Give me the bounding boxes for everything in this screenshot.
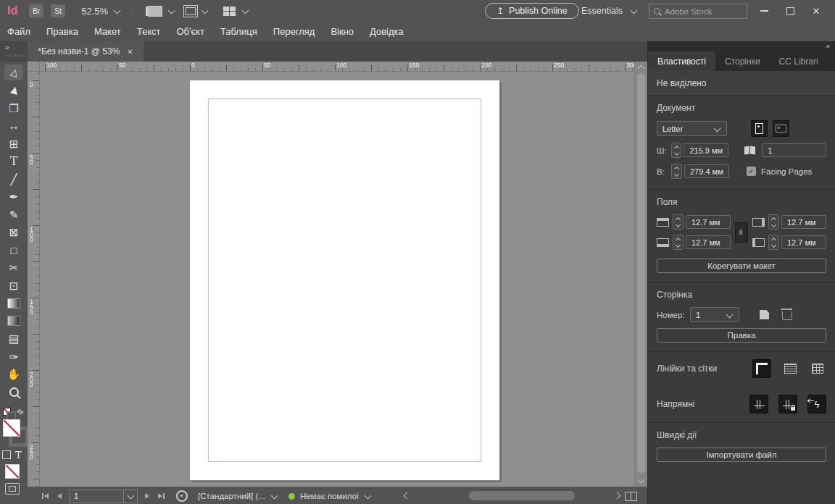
gradient-feather-tool[interactable]	[4, 313, 23, 329]
formatting-affects-container-icon[interactable]	[2, 450, 11, 459]
panel-tab-1[interactable]: Сторінки	[715, 51, 770, 71]
panel-collapse-icon[interactable]: »	[826, 42, 829, 50]
apply-none-button[interactable]	[5, 464, 20, 479]
pen-tool[interactable]: ✒	[4, 189, 23, 205]
note-tool[interactable]: ▤	[4, 331, 23, 347]
page-number-dropdown[interactable]: 1	[69, 490, 138, 503]
page-tool[interactable]: ❐	[4, 100, 23, 116]
edit-page-button[interactable]: Правка	[657, 328, 826, 343]
menu-item-7[interactable]: Вікно	[331, 26, 362, 37]
content-collector-tool[interactable]: ⊞	[4, 135, 23, 151]
workspace-switcher[interactable]: Essentials	[581, 6, 623, 16]
zoom-dropdown-icon[interactable]	[114, 7, 121, 14]
top-margin-stepper[interactable]	[673, 214, 684, 230]
formatting-affects-text-icon[interactable]: T	[15, 450, 22, 461]
facing-pages-checkbox[interactable]: ✓	[747, 167, 756, 176]
right-margin-field[interactable]: 12.7 мм	[781, 215, 826, 229]
width-stepper[interactable]	[671, 143, 682, 158]
scroll-right-icon[interactable]	[614, 492, 621, 500]
top-margin-field[interactable]: 12.7 мм	[686, 215, 731, 229]
page-number-select[interactable]: 1	[690, 307, 739, 322]
adjust-layout-button[interactable]: Корегувати макет	[657, 259, 826, 273]
fill-swatch-none[interactable]	[3, 419, 20, 437]
lock-guides-button[interactable]	[778, 395, 797, 413]
gradient-tool[interactable]	[4, 295, 23, 311]
menu-item-5[interactable]: Таблиця	[220, 26, 266, 37]
scissors-tool[interactable]: ✂	[4, 260, 23, 276]
vertical-scrollbar-thumb[interactable]	[637, 73, 645, 473]
stock-button[interactable]: St	[51, 4, 65, 17]
error-status-dropdown-icon[interactable]	[364, 492, 371, 499]
frame-tool[interactable]: ⊠	[4, 224, 23, 240]
bridge-button[interactable]: Br	[29, 4, 43, 17]
preflight-icon[interactable]	[176, 490, 188, 502]
portrait-orientation-button[interactable]	[751, 120, 768, 137]
adobe-stock-search[interactable]: Adobe Stock	[649, 4, 747, 19]
view-options-dropdown-icon[interactable]	[168, 7, 175, 14]
smart-guides-button[interactable]: ϟ	[807, 395, 826, 413]
menu-item-0[interactable]: Файл	[7, 26, 39, 37]
menu-item-4[interactable]: Об'єкт	[176, 26, 212, 37]
show-guides-button[interactable]	[749, 395, 768, 413]
import-file-button[interactable]: Імпортувати файл	[657, 448, 826, 462]
type-tool[interactable]: T	[4, 154, 23, 169]
zoom-tool[interactable]	[4, 384, 23, 400]
screen-mode-dropdown-icon[interactable]	[202, 7, 209, 14]
view-options-icon[interactable]	[148, 6, 162, 17]
split-view-icon[interactable]	[625, 492, 637, 501]
selection-tool[interactable]: ▷	[4, 64, 23, 80]
left-margin-field[interactable]: 12.7 мм	[781, 235, 826, 249]
scroll-up-icon[interactable]	[638, 65, 645, 72]
new-page-icon[interactable]	[760, 310, 769, 319]
minimize-button[interactable]	[751, 0, 777, 22]
toolbar-collapse-icon[interactable]: »	[5, 43, 9, 51]
menu-item-2[interactable]: Макет	[94, 26, 130, 37]
document-grid-button[interactable]	[809, 360, 826, 377]
panel-tab-2[interactable]: CC Librari	[770, 51, 828, 71]
close-button[interactable]: ✕	[803, 0, 829, 22]
color-theme-tool[interactable]: ✑	[4, 348, 23, 364]
menu-item-3[interactable]: Текст	[137, 26, 170, 37]
screen-mode-icon[interactable]	[186, 7, 196, 15]
bottom-margin-stepper[interactable]	[673, 235, 684, 250]
tab-close-icon[interactable]: ✕	[127, 48, 133, 56]
width-field[interactable]: 215.9 мм	[684, 143, 728, 157]
line-tool[interactable]: ╱	[4, 171, 23, 187]
horizontal-scrollbar-thumb[interactable]	[469, 491, 575, 500]
menu-item-6[interactable]: Перегляд	[273, 26, 324, 37]
next-page-button[interactable]	[145, 493, 149, 499]
preset-dropdown-icon[interactable]	[270, 492, 278, 499]
scroll-down-icon[interactable]	[638, 476, 645, 484]
left-margin-stepper[interactable]	[768, 235, 779, 250]
arrange-documents-dropdown-icon[interactable]	[242, 7, 249, 14]
maximize-button[interactable]	[777, 0, 803, 22]
vertical-ruler[interactable]: 05 01 0 01 5 02 0 02 5 0	[28, 72, 40, 487]
height-field[interactable]: 279.4 мм	[684, 164, 729, 178]
height-stepper[interactable]	[671, 164, 682, 179]
link-margins-icon[interactable]: ∞	[735, 222, 748, 243]
pasteboard[interactable]	[40, 72, 634, 487]
previous-page-button[interactable]	[57, 493, 62, 499]
menu-item-8[interactable]: Довідка	[370, 26, 412, 37]
document-tab[interactable]: *Без назви-1 @ 53% ✕	[28, 41, 144, 62]
horizontal-ruler[interactable]: 10050050100150200250300	[40, 62, 634, 72]
menu-item-1[interactable]: Правка	[46, 26, 87, 37]
workspace-dropdown-icon[interactable]	[631, 7, 638, 14]
zoom-level-value[interactable]: 52.5%	[81, 6, 108, 17]
free-transform-tool[interactable]: ⊡	[4, 277, 23, 293]
page-size-select[interactable]: Letter	[657, 121, 727, 136]
arrange-documents-icon[interactable]	[223, 7, 236, 16]
swap-fill-stroke-icon[interactable]: ⇄	[15, 406, 25, 416]
rectangle-tool[interactable]: □	[4, 242, 23, 258]
right-margin-stepper[interactable]	[768, 214, 779, 230]
delete-page-icon[interactable]	[782, 311, 792, 320]
error-status-label[interactable]: Немає помилоі	[300, 492, 359, 500]
panel-tab-0[interactable]: Властивості	[648, 51, 715, 71]
page-count-field[interactable]: 1	[762, 143, 826, 157]
last-page-button[interactable]	[158, 493, 165, 499]
bottom-margin-field[interactable]: 12.7 мм	[686, 235, 731, 249]
preflight-preset-label[interactable]: [Стандартний] (...	[198, 492, 265, 500]
hand-tool[interactable]: ✋	[4, 366, 23, 382]
landscape-orientation-button[interactable]	[773, 120, 789, 137]
horizontal-scrollbar[interactable]	[417, 491, 610, 500]
